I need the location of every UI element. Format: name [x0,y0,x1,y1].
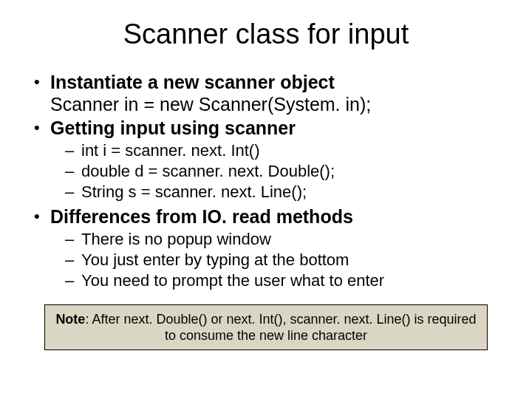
bullet-code: Scanner in = new Scanner(System. in); [50,94,371,115]
bullet-instantiate: Instantiate a new scanner object Scanner… [30,71,502,115]
bullet-differences: Differences from IO. read methods There … [30,205,502,291]
list-item: int i = scanner. next. Int() [65,140,502,161]
list-item: double d = scanner. next. Double(); [65,161,502,182]
sub-list: There is no popup window You just enter … [50,229,502,291]
bullet-text: Getting input using scanner [50,117,296,138]
list-item: You need to prompt the user what to ente… [65,270,502,291]
bullet-getting-input: Getting input using scanner int i = scan… [30,117,502,202]
list-item: You just enter by typing at the bottom [65,250,502,270]
bullet-list: Instantiate a new scanner object Scanner… [30,71,502,291]
note-box: Note: After next. Double() or next. Int(… [44,304,488,350]
sub-list: int i = scanner. next. Int() double d = … [50,140,502,202]
note-label: Note [55,312,85,327]
slide-title: Scanner class for input [30,18,502,50]
bullet-text: Differences from IO. read methods [50,206,353,227]
list-item: There is no popup window [65,229,502,250]
note-text: : After next. Double() or next. Int(), s… [85,312,476,343]
list-item: String s = scanner. next. Line(); [65,182,502,202]
bullet-text: Instantiate a new scanner object [50,72,335,92]
